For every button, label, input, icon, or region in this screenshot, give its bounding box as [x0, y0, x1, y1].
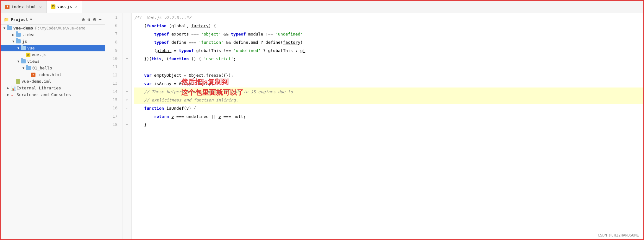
- code-span: [199, 32, 201, 36]
- code-line-7: typeof exports === 'object' && typeof mo…: [134, 30, 643, 38]
- code-span: function: [147, 23, 167, 28]
- code-span: typeof: [231, 32, 246, 36]
- code-content: 1 6 7 8 9 10 11 12 13 14 15 16 17 18: [105, 13, 643, 239]
- tab-index-html-close[interactable]: ✕: [39, 5, 41, 9]
- sidebar-header: 📁 Project ▼ ⊕ ⇅ ⚙ −: [1, 15, 105, 25]
- code-span: [221, 32, 224, 36]
- g-8: [123, 38, 131, 46]
- code-lines[interactable]: /*! Vue.js v2.7.0...*/ (function (global…: [132, 13, 643, 239]
- code-span: return: [154, 114, 169, 119]
- tab-vue-js[interactable]: JS vue.js ✕: [47, 1, 82, 13]
- code-span: v: [171, 114, 174, 119]
- code-span: ) {: [189, 106, 196, 111]
- code-span: [174, 114, 176, 119]
- arrow-idea: ▶: [11, 33, 16, 36]
- g-1: [123, 13, 131, 22]
- label-vue-js: vue.js: [32, 52, 47, 57]
- code-span: 'use strict': [204, 56, 233, 61]
- code-span: var: [144, 81, 151, 86]
- g-13: [123, 79, 131, 88]
- project-dropdown[interactable]: ▼: [30, 17, 32, 22]
- code-line-16: function isUndef(v) {: [134, 104, 643, 112]
- code-span: function: [144, 106, 164, 111]
- folder-icon-views: [21, 59, 26, 63]
- code-span: define: [169, 40, 189, 45]
- tree-item-01hello[interactable]: ▼ 01_hello: [1, 65, 105, 71]
- code-span: () {: [189, 56, 204, 61]
- tree-item-scratches[interactable]: ▶ ✏ Scratches and Consoles: [1, 91, 105, 98]
- tree-item-vue-js[interactable]: ▶ JS vue.js: [1, 51, 105, 58]
- g-18[interactable]: ⌐: [123, 120, 131, 129]
- g-16[interactable]: ⌐: [123, 104, 131, 112]
- folder-icon-project: 📁: [4, 17, 9, 22]
- code-span: typeof: [154, 32, 169, 36]
- ln-10: 10: [105, 55, 120, 63]
- folder-icon-01hello: [26, 66, 31, 70]
- ln-7: 7: [105, 30, 120, 38]
- code-span: isArray = Array.: [152, 81, 194, 86]
- code-span: ;: [211, 81, 214, 86]
- code-span: [134, 32, 154, 36]
- code-span: factory: [283, 40, 300, 45]
- g-10[interactable]: ⌐: [123, 55, 131, 63]
- code-span: typeof: [154, 40, 169, 45]
- settings-icon[interactable]: ⚙: [93, 16, 96, 23]
- html-file-icon-index: H: [31, 73, 35, 77]
- arrow-views: ▼: [16, 60, 21, 63]
- tree-item-idea[interactable]: ▶ .idea: [1, 31, 105, 38]
- code-span: Object.: [189, 73, 206, 78]
- folder-icon-idea: [16, 33, 21, 37]
- ln-18: 18: [105, 120, 120, 129]
- js-file-icon-vuejs: JS: [26, 53, 30, 57]
- code-span: gl: [300, 48, 305, 53]
- tree-item-vue-iml[interactable]: ▶ vue-demo.iml: [1, 78, 105, 85]
- tab-vue-js-label: vue.js: [57, 4, 72, 9]
- code-span: [221, 114, 224, 119]
- tree-item-vue-demo[interactable]: ▼ vue-demo F:\myCode\Vue\vue-demo: [1, 25, 105, 31]
- tree-item-index-html[interactable]: ▶ H index.html: [1, 71, 105, 78]
- ln-1: 1: [105, 13, 120, 22]
- code-span: [224, 40, 226, 45]
- code-span: module: [246, 32, 266, 36]
- code-span: !==: [224, 48, 231, 53]
- g-14[interactable]: ⌐: [123, 88, 131, 96]
- code-span: // explicitness and function inlining.: [134, 98, 238, 102]
- ln-8: 8: [105, 38, 120, 46]
- code-span: global: [171, 23, 186, 28]
- tree-item-views[interactable]: ▼ views: [1, 58, 105, 65]
- code-span: ,: [186, 23, 191, 28]
- path-vue-demo: F:\myCode\Vue\vue-demo: [35, 26, 85, 30]
- label-external-libs: External Libraries: [16, 86, 61, 90]
- code-span: [134, 65, 137, 69]
- tree-item-js[interactable]: ▼ js: [1, 38, 105, 45]
- tab-index-html[interactable]: H index.html ✕: [1, 1, 47, 13]
- g-9: [123, 46, 131, 55]
- code-span: /*! Vue.js v2.7.0...*/: [134, 15, 191, 20]
- code-span: [134, 40, 154, 45]
- code-line-15: // explicitness and function inlining.: [134, 96, 643, 104]
- collapse-icon[interactable]: ⇅: [87, 16, 91, 23]
- g-15[interactable]: ⌐: [123, 96, 131, 104]
- minimize-icon[interactable]: −: [98, 16, 102, 23]
- tab-vue-js-close[interactable]: ✕: [75, 4, 77, 9]
- code-span: (: [144, 23, 147, 28]
- label-index-html: index.html: [37, 72, 61, 77]
- ln-17: 17: [105, 112, 120, 120]
- tree-item-external-libs[interactable]: ▶ 📊 External Libraries: [1, 85, 105, 91]
- code-span: ===: [224, 114, 231, 119]
- code-span: [169, 114, 172, 119]
- code-span: ({});: [221, 73, 233, 78]
- line-numbers: 1 6 7 8 9 10 11 12 13 14 15 16 17 18: [105, 13, 123, 239]
- code-span: emptyObject =: [152, 73, 189, 78]
- code-span: }: [134, 122, 147, 127]
- label-js: js: [22, 39, 27, 44]
- g-7: [123, 30, 131, 38]
- tree-item-vue[interactable]: ▼ vue: [1, 45, 105, 51]
- arrow-ext: ▶: [6, 86, 11, 90]
- code-span: [134, 106, 144, 111]
- code-span: v: [218, 114, 221, 119]
- code-gutter: ⌐ ⌐ ⌐ ⌐ ⌐: [123, 13, 132, 239]
- locate-icon[interactable]: ⊕: [82, 16, 85, 23]
- code-span: [196, 40, 199, 45]
- code-span: &&: [224, 32, 229, 36]
